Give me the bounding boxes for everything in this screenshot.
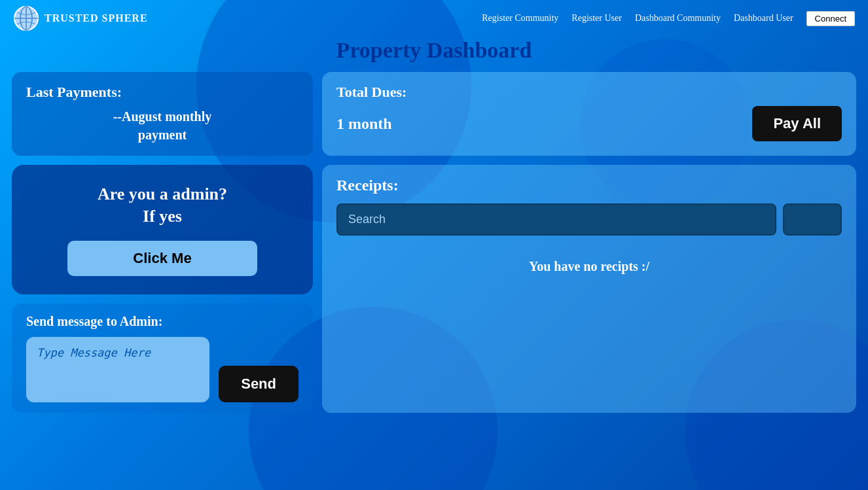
search-row xyxy=(336,203,842,236)
receipts-card: Receipts: You have no recipts :/ xyxy=(322,165,856,413)
message-textarea[interactable] xyxy=(26,337,209,402)
send-message-title: Send message to Admin: xyxy=(26,314,298,329)
search-button[interactable] xyxy=(783,203,842,236)
navbar: TRUSTED SPHERE Register Community Regist… xyxy=(0,0,868,37)
nav-links: Register Community Register User Dashboa… xyxy=(482,11,855,26)
no-receipts-message: You have no recipts :/ xyxy=(336,246,842,287)
search-input[interactable] xyxy=(336,203,776,236)
globe-icon xyxy=(13,5,39,31)
pay-all-button[interactable]: Pay All xyxy=(752,106,842,141)
nav-link-register-user[interactable]: Register User xyxy=(571,13,622,24)
last-payments-entry: --August monthlypayment xyxy=(26,107,298,144)
last-payments-title: Last Payments: xyxy=(26,84,298,101)
nav-link-dashboard-community[interactable]: Dashboard Community xyxy=(635,13,721,24)
nav-link-dashboard-user[interactable]: Dashboard User xyxy=(734,13,793,24)
page-title: Property Dashboard xyxy=(0,38,868,63)
admin-card: Are you a admin? If yes Click Me xyxy=(12,165,313,294)
total-dues-row: 1 month Pay All xyxy=(336,106,842,141)
receipts-title: Receipts: xyxy=(336,177,842,194)
last-payments-card: Last Payments: --August monthlypayment xyxy=(12,72,313,156)
total-dues-card: Total Dues: 1 month Pay All xyxy=(322,72,856,156)
nav-link-register-community[interactable]: Register Community xyxy=(482,13,558,24)
click-me-button[interactable]: Click Me xyxy=(67,241,257,276)
send-message-card: Send message to Admin: Send xyxy=(12,304,313,413)
total-dues-title: Total Dues: xyxy=(336,84,842,101)
send-button[interactable]: Send xyxy=(219,366,298,402)
connect-button[interactable]: Connect xyxy=(806,11,855,26)
logo-area: TRUSTED SPHERE xyxy=(13,5,148,31)
logo-text: TRUSTED SPHERE xyxy=(45,12,148,24)
admin-question: Are you a admin? If yes xyxy=(98,183,227,228)
total-dues-value: 1 month xyxy=(336,115,392,133)
main-content: Last Payments: --August monthlypayment T… xyxy=(0,72,868,413)
message-row: Send xyxy=(26,337,298,402)
